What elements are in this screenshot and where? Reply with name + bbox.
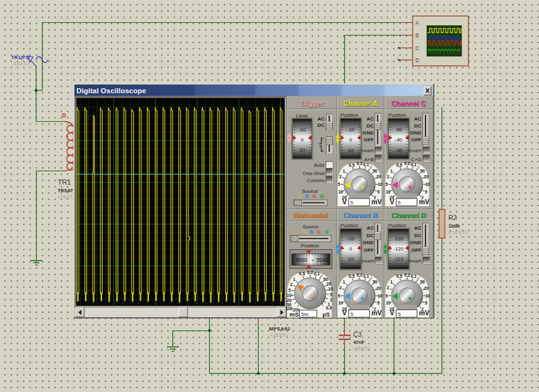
svg-text:5: 5 [377,190,380,194]
svg-text:5: 5 [350,200,353,206]
svg-text:2: 2 [339,174,342,179]
svg-text:Cursors: Cursors [306,178,324,183]
svg-text:Invert: Invert [361,258,374,264]
svg-text:0.1: 0.1 [411,274,417,278]
svg-text:20: 20 [377,174,382,179]
svg-text:B: B [305,193,309,199]
svg-text:Invert: Invert [361,148,374,154]
svg-text:0.2: 0.2 [404,161,410,166]
svg-text:Channel C: Channel C [391,100,425,107]
svg-text:10: 10 [386,190,391,194]
svg-text:V: V [390,198,394,206]
svg-text:0.5: 0.5 [326,306,332,310]
svg-text:Invert: Invert [408,258,422,264]
svg-text:0.5: 0.5 [349,274,354,278]
svg-text:A+B: A+B [364,157,373,162]
svg-text:0.2: 0.2 [307,270,313,275]
svg-text:10: 10 [348,256,354,262]
svg-text:GND: GND [363,240,374,245]
svg-text:5: 5 [398,200,401,206]
svg-text:0.1: 0.1 [363,162,369,167]
svg-text:Position: Position [341,223,358,228]
svg-text:DC: DC [414,123,422,129]
svg-text:AC: AC [414,225,422,231]
svg-text:0.5: 0.5 [396,163,402,167]
svg-text:<TEXT>: <TEXT> [270,332,289,338]
svg-text:mV: mV [419,309,429,317]
svg-text:10: 10 [425,182,431,186]
svg-text:Channel D: Channel D [391,212,425,219]
svg-text:5: 5 [338,182,341,186]
svg-text:50: 50 [323,277,328,282]
svg-text:Invert: Invert [408,148,422,154]
svg-text:Position: Position [341,112,358,118]
svg-text:0: 0 [349,137,353,143]
svg-text:GND: GND [410,240,422,245]
svg-text:AC: AC [414,116,422,122]
svg-text:Channel A: Channel A [344,100,378,107]
svg-text:100R: 100R [448,223,460,229]
svg-text:R2: R2 [448,214,457,221]
svg-text:TR1: TR1 [58,178,71,186]
svg-text:0.5: 0.5 [349,163,354,167]
svg-text:<TEXT>: <TEXT> [448,230,469,235]
svg-text:AC: AC [367,225,374,231]
svg-text:2: 2 [330,297,332,302]
svg-text:Position: Position [388,112,406,118]
svg-text:V: V [390,309,394,317]
svg-text:mV: mV [372,309,382,317]
svg-text:One-Shot: One-Shot [302,171,325,176]
svg-text:OFF: OFF [364,137,374,143]
svg-text:5: 5 [425,301,427,305]
svg-text:0.5: 0.5 [299,271,305,276]
svg-text:OFF: OFF [412,137,422,143]
svg-text:Position: Position [388,223,406,228]
svg-text:D: D [415,57,419,63]
svg-text:C: C [313,193,316,199]
svg-text:<: < [311,258,315,263]
svg-text:B: B [415,32,419,39]
svg-text:<TEXT>: <TEXT> [353,346,371,351]
svg-text:V: V [342,309,347,317]
svg-text:10: 10 [287,293,292,297]
svg-text:20: 20 [424,174,429,179]
svg-text:-30: -30 [395,148,403,154]
svg-text:50: 50 [373,169,378,173]
svg-text:0.2: 0.2 [356,161,362,166]
svg-text:<TEXT>: <TEXT> [11,61,30,67]
svg-text:10: 10 [299,147,305,153]
svg-text:Trigger: Trigger [300,100,324,107]
svg-text:Digital Oscilloscope: Digital Oscilloscope [77,87,146,95]
svg-text:A: A [298,193,302,199]
svg-text:-130: -130 [393,236,404,242]
svg-text:-10: -10 [347,127,354,133]
svg-text:A: A [415,20,419,26]
svg-text:10: 10 [386,301,391,305]
svg-text:-110: -110 [394,256,404,262]
svg-text:5: 5 [398,311,401,317]
svg-text:20: 20 [327,282,332,286]
svg-text:OFF: OFF [364,247,374,253]
svg-text:V: V [342,198,347,206]
svg-text:1: 1 [343,169,346,173]
svg-text:0.1: 0.1 [363,274,369,278]
svg-text:5: 5 [289,288,291,292]
svg-text:A: A [302,229,306,235]
svg-text:5: 5 [386,182,388,186]
svg-text:5: 5 [425,190,427,194]
svg-text:20: 20 [377,286,382,291]
svg-text:-10: -10 [299,127,306,133]
svg-text:<TEXT>: <TEXT> [58,194,76,200]
svg-text:10: 10 [378,182,383,186]
svg-text:1: 1 [293,277,295,282]
svg-text:AC: AC [367,116,374,122]
svg-text:TRSAT: TRSAT [58,188,74,193]
svg-text:10: 10 [348,148,354,154]
svg-text:Position: Position [301,243,319,249]
svg-text:2: 2 [290,282,292,287]
svg-text:DC: DC [367,123,374,129]
svg-text:1: 1 [391,280,393,284]
svg-text:10: 10 [338,190,343,194]
svg-text:C3: C3 [353,330,362,338]
svg-text:B: B [310,229,314,235]
